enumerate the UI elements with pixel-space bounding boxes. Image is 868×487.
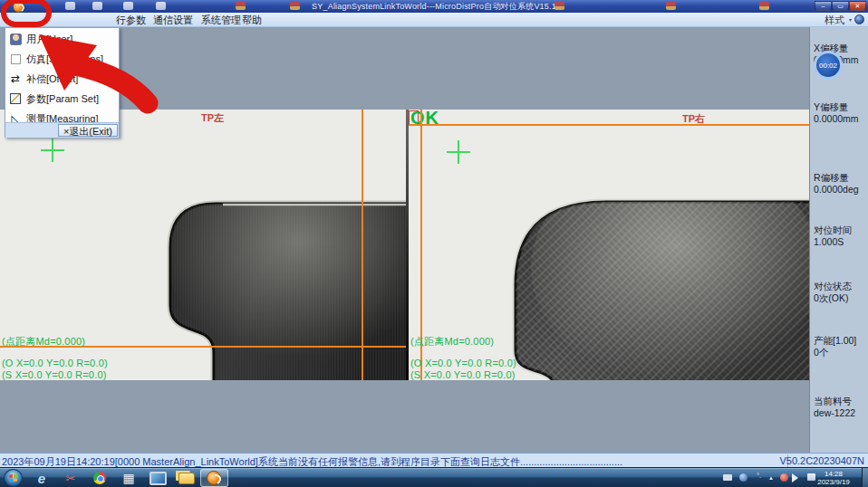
taskbar-calculator-icon[interactable]: ▦ — [118, 470, 140, 486]
chevron-down-icon[interactable]: ▾ — [849, 16, 852, 23]
app-window: SY_AliagnSystemLinkToWorld---MicroDistPr… — [0, 0, 868, 487]
menu-item-system-mgmt[interactable]: 系统管理 — [198, 14, 244, 26]
titlebar-fragment-icon — [156, 2, 166, 10]
titlebar-fragment-icon — [236, 2, 246, 10]
menu-item-user[interactable]: 用户[User] — [5, 30, 119, 48]
help-round-icon[interactable] — [854, 14, 864, 24]
clock-date: 2023/9/19 — [814, 478, 854, 486]
titlebar-fragment-icon — [666, 2, 676, 10]
title-bar: SY_AliagnSystemLinkToWorld---MicroDistPr… — [0, 0, 868, 13]
user-icon — [9, 33, 22, 45]
crosshair-icon — [458, 140, 459, 164]
alignment-line-vertical — [362, 110, 363, 380]
readout-offset-s: (S X=0.0 Y=0.0 R=0.0) — [410, 369, 516, 380]
start-button[interactable] — [4, 469, 23, 487]
menu-item-offset[interactable]: ⇄ 补偿[Offset] — [5, 70, 119, 88]
show-desktop-button[interactable] — [862, 468, 868, 487]
titlebar-fragment-icon — [65, 2, 75, 10]
version-label: V50.2C20230407N — [779, 455, 864, 466]
metric-capacity: 产能[1.00] 0个 — [814, 335, 868, 358]
tray-app-icon[interactable] — [739, 473, 747, 482]
readout-offset-s: (S X=0.0 Y=0.0 R=0.0) — [2, 369, 107, 380]
camera-view-right: OK TP右 (点距离Md=0.000) (O X=0.0 Y=0.0 R=0.… — [409, 110, 809, 380]
disk-grid-icon — [9, 92, 22, 105]
menu-bar: 行参数 通信设置 系统管理 帮助 样式 ▾ — [0, 13, 868, 27]
swap-arrows-icon: ⇄ — [9, 72, 22, 85]
readout-distance: (点距离Md=0.000) — [2, 335, 85, 349]
close-button[interactable]: ✕ — [849, 1, 866, 11]
menu-item-comm-settings[interactable]: 通信设置 — [150, 14, 196, 26]
sidebar-metrics-panel: X偏移量 0.0000mm Y偏移量 0.0000mm R偏移量 0.0000d… — [809, 27, 868, 453]
clock-time: 14:28 — [814, 470, 854, 478]
alignment-line-horizontal — [409, 124, 809, 126]
camera-view-left: TP左 (点距离Md=0.000) (O X=0.0 Y=0.0 R=0.0) … — [0, 110, 406, 380]
windows-flag-icon — [9, 474, 17, 482]
metric-align-time: 对位时间 1.000S — [814, 224, 868, 248]
taskbar-folder-icon[interactable] — [176, 470, 198, 486]
recording-timer-badge: 00:02 — [814, 51, 843, 80]
titlebar-fragment-icon — [290, 2, 300, 10]
titlebar-fragment-icon — [123, 2, 133, 10]
app-logo-icon — [13, 1, 24, 13]
taskbar-clock[interactable]: 14:28 2023/9/19 — [814, 470, 854, 486]
metric-r-offset: R偏移量 0.0000deg — [814, 172, 868, 196]
taskbar-monitor-icon[interactable] — [147, 470, 169, 486]
crosshair-icon — [52, 138, 53, 162]
tray-volume-icon[interactable] — [792, 473, 803, 482]
taskbar-ie-icon[interactable]: e — [31, 470, 53, 486]
titlebar-fragment-icon — [92, 2, 102, 10]
taskbar: e ✂ ▦ °. ▲ — [0, 467, 868, 487]
taskbar-snipping-tool-icon[interactable]: ✂ — [60, 470, 82, 486]
exit-button[interactable]: ×退出(Exit) — [58, 124, 118, 137]
metric-current-part: 当前料号 dew-1222 — [814, 396, 868, 419]
minimize-button[interactable]: – — [815, 1, 832, 11]
status-bar: 2023年09月19日14:20:19[0000 MasterAlign_Lin… — [0, 453, 868, 467]
readout-distance: (点距离Md=0.000) — [410, 335, 494, 349]
menu-item-run-params[interactable]: 行参数 — [113, 14, 149, 26]
titlebar-fragment-icon — [555, 2, 564, 10]
style-selector-label[interactable]: 样式 — [825, 14, 844, 27]
menu-item-simulations[interactable]: 仿真[Simulations] — [5, 50, 119, 68]
tray-red-icon[interactable] — [780, 473, 788, 482]
metric-align-status: 对位状态 0次(OK) — [814, 281, 868, 304]
dropdown-footer: ×退出(Exit) — [5, 122, 119, 138]
taskbar-chrome-icon[interactable] — [89, 470, 111, 486]
menu-item-help[interactable]: 帮助 — [239, 14, 265, 26]
maximize-button[interactable]: ▭ — [832, 1, 849, 11]
menu-item-param-set[interactable]: 参数[Param Set] — [5, 90, 119, 108]
tray-show-hidden-icons[interactable]: ▲ — [768, 475, 774, 481]
tray-keyboard-icon[interactable] — [723, 474, 732, 481]
taskbar-microdistpro-icon[interactable] — [203, 470, 225, 486]
readout-offset-o: (O X=0.0 Y=0.0 R=0.0) — [2, 358, 108, 368]
main-dropdown-menu: 用户[User] 仿真[Simulations] ⇄ 补偿[Offset] 参数… — [5, 27, 120, 138]
titlebar-fragment-icon — [759, 2, 769, 10]
box-icon — [9, 53, 22, 65]
metric-y-offset: Y偏移量 0.0000mm — [814, 101, 868, 125]
tray-status-icon[interactable]: °. — [757, 473, 761, 479]
readout-offset-o: (O X=0.0 Y=0.0 R=0.0) — [410, 358, 516, 368]
view-title-left: TP左 — [201, 111, 224, 125]
